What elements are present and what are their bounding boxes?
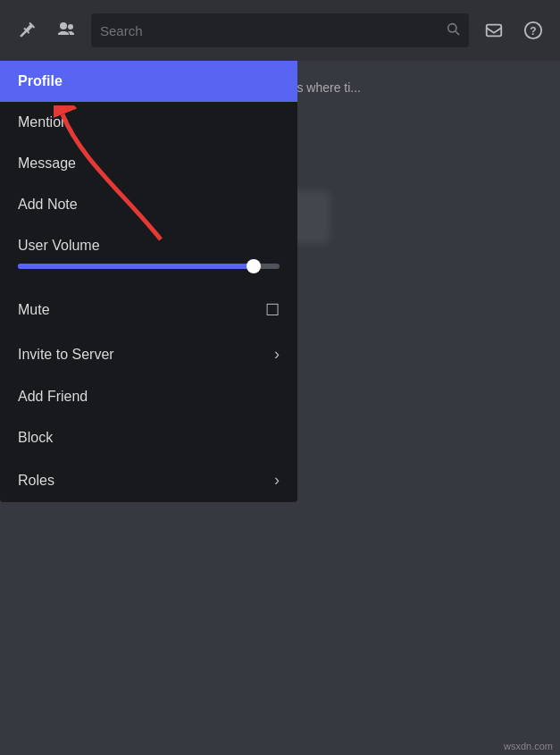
menu-item-profile-label: Profile [18,73,280,89]
svg-line-2 [456,31,459,35]
menu-item-block[interactable]: Block [0,417,297,458]
watermark: wsxdn.com [504,741,553,751]
menu-item-invite-to-server-label: Invite to Server [18,347,274,363]
menu-item-mute-label: Mute [18,302,265,318]
menu-item-mention-label: Mention [18,114,280,130]
svg-point-0 [60,22,67,29]
help-icon[interactable]: ? [519,16,547,45]
mute-checkbox-icon: ☐ [265,300,280,320]
top-bar: Search ? [0,0,560,61]
volume-fill [18,264,254,269]
svg-text:?: ? [530,25,536,38]
menu-item-block-label: Block [18,430,280,446]
menu-item-roles-label: Roles [18,473,274,489]
menu-item-message-label: Message [18,155,280,172]
user-friends-icon[interactable] [52,16,80,45]
volume-slider-container[interactable] [18,257,280,275]
background-content: The psychotic drowns where ti... listeni… [0,61,560,755]
menu-item-mention[interactable]: Mention [0,102,297,143]
search-bar[interactable]: Search [91,13,469,47]
menu-item-message[interactable]: Message [0,143,297,184]
invite-arrow-icon: › [274,345,280,364]
search-placeholder: Search [100,23,439,38]
menu-item-roles[interactable]: Roles › [0,458,297,502]
menu-item-user-volume: User Volume [0,225,297,254]
context-menu: Profile Mention Message Add Note User Vo… [0,61,297,502]
volume-slider-area [0,254,297,288]
menu-item-mute[interactable]: Mute ☐ [0,288,297,332]
menu-item-user-volume-label: User Volume [18,238,280,254]
menu-item-add-friend[interactable]: Add Friend [0,376,297,417]
roles-arrow-icon: › [274,471,280,490]
menu-item-add-note[interactable]: Add Note [0,184,297,225]
inbox-icon[interactable] [480,16,508,45]
menu-item-add-note-label: Add Note [18,197,280,213]
pin-icon[interactable] [13,16,41,45]
menu-item-add-friend-label: Add Friend [18,389,280,405]
menu-item-invite-to-server[interactable]: Invite to Server › [0,332,297,376]
menu-item-profile[interactable]: Profile [0,61,297,102]
volume-track [18,264,280,269]
volume-thumb[interactable] [247,259,261,273]
search-icon [446,21,460,39]
